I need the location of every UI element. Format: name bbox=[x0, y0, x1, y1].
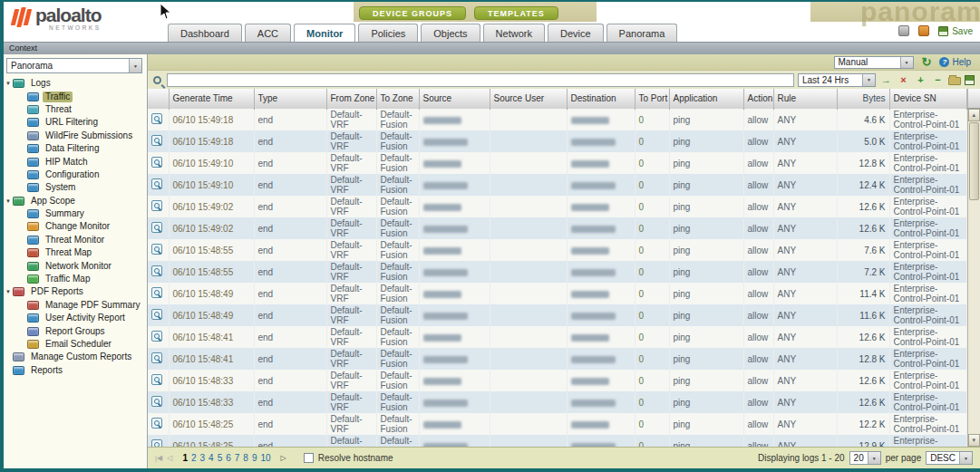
sort-order-select[interactable]: DESC ▼ bbox=[926, 451, 973, 465]
column-header-to-port[interactable]: To Port bbox=[635, 89, 669, 109]
log-row[interactable]: 06/10 15:48:41endDefault-VRFDefault-Fusi… bbox=[148, 348, 966, 370]
sidebar-item-network-monitor[interactable]: Network Monitor bbox=[4, 259, 147, 272]
chevron-down-icon[interactable]: ▼ bbox=[862, 74, 875, 86]
add-filter-icon[interactable]: + bbox=[914, 73, 927, 87]
negate-filter-icon[interactable]: − bbox=[931, 73, 945, 87]
log-row[interactable]: 06/10 15:48:49endDefault-VRFDefault-Fusi… bbox=[148, 304, 966, 326]
log-row[interactable]: 06/10 15:48:25endDefault-VRFDefault-Fusi… bbox=[148, 413, 966, 435]
sidebar-item-configuration[interactable]: Configuration bbox=[4, 169, 147, 181]
help-button[interactable]: ? Help bbox=[939, 57, 971, 67]
tab-device[interactable]: Device bbox=[548, 24, 604, 42]
page-link-3[interactable]: 3 bbox=[200, 453, 206, 463]
tab-network[interactable]: Network bbox=[483, 24, 545, 42]
log-row[interactable]: 06/10 15:49:10endDefault-VRFDefault-Fusi… bbox=[148, 174, 966, 196]
log-detail-icon[interactable] bbox=[151, 222, 162, 233]
page-link-6[interactable]: 6 bbox=[226, 453, 231, 463]
log-detail-icon[interactable] bbox=[151, 113, 162, 124]
column-header-destination[interactable]: Destination bbox=[567, 89, 635, 109]
log-row[interactable]: 06/10 15:48:33endDefault-VRFDefault-Fusi… bbox=[148, 391, 966, 413]
log-row[interactable]: 06/10 15:49:10endDefault-VRFDefault-Fusi… bbox=[148, 152, 966, 174]
clear-filter-icon[interactable]: × bbox=[897, 73, 910, 87]
column-header-from-zone[interactable]: From Zone bbox=[326, 89, 376, 109]
log-row[interactable]: 06/10 15:48:33endDefault-VRFDefault-Fusi… bbox=[148, 370, 966, 391]
collapse-icon[interactable]: ▼ bbox=[4, 198, 13, 204]
sidebar-item-threat-map[interactable]: Threat Map bbox=[4, 246, 147, 259]
log-row[interactable]: 06/10 15:49:18endDefault-VRFDefault-Fusi… bbox=[148, 109, 966, 130]
per-page-select[interactable]: 20 ▼ bbox=[849, 451, 881, 465]
log-detail-icon[interactable] bbox=[151, 135, 162, 146]
sidebar-item-report-groups[interactable]: Report Groups bbox=[4, 324, 147, 337]
tab-objects[interactable]: Objects bbox=[421, 24, 480, 42]
log-detail-icon[interactable] bbox=[151, 200, 162, 211]
log-row[interactable]: 06/10 15:49:02endDefault-VRFDefault-Fusi… bbox=[148, 217, 966, 239]
page-link-2[interactable]: 2 bbox=[191, 453, 197, 463]
first-page-button[interactable]: |◀ bbox=[155, 454, 162, 462]
apply-filter-icon[interactable]: → bbox=[879, 73, 893, 87]
sidebar-item-manage-pdf-summary[interactable]: Manage PDF Summary bbox=[4, 299, 147, 312]
tab-panorama[interactable]: Panorama bbox=[606, 24, 678, 42]
refresh-icon[interactable]: ↻ bbox=[922, 56, 932, 68]
sidebar-item-threat[interactable]: Threat bbox=[4, 103, 147, 116]
scrollbar-thumb[interactable] bbox=[969, 122, 980, 200]
chevron-down-icon[interactable]: ▼ bbox=[868, 452, 880, 464]
sidebar-item-wildfire-submissions[interactable]: WildFire Submissions bbox=[4, 130, 147, 142]
collapse-icon[interactable]: ▼ bbox=[4, 289, 13, 294]
log-detail-icon[interactable] bbox=[151, 287, 162, 298]
sidebar-item-traffic-map[interactable]: Traffic Map bbox=[4, 273, 147, 285]
column-header-application[interactable]: Application bbox=[669, 89, 743, 109]
column-header-generate-time[interactable]: Generate Time bbox=[169, 89, 254, 109]
log-detail-icon[interactable] bbox=[151, 439, 162, 447]
refresh-mode-select[interactable]: Manual ▼ bbox=[834, 56, 914, 69]
sidebar-item-change-monitor[interactable]: Change Monitor bbox=[4, 220, 147, 233]
sidebar-item-system[interactable]: System bbox=[4, 181, 147, 194]
column-header-rule[interactable]: Rule bbox=[773, 89, 837, 109]
sidebar-item-data-filtering[interactable]: Data Filtering bbox=[4, 142, 147, 155]
load-filter-folder-icon[interactable] bbox=[948, 77, 961, 85]
page-link-1[interactable]: 1 bbox=[182, 453, 188, 463]
sidebar-item-url-filtering[interactable]: URL Filtering bbox=[4, 116, 147, 129]
sidebar-item-logs[interactable]: ▼Logs bbox=[4, 77, 147, 90]
sidebar-item-pdf-reports[interactable]: ▼PDF Reports bbox=[4, 285, 147, 298]
log-filter-input[interactable] bbox=[167, 73, 794, 87]
log-detail-icon[interactable] bbox=[151, 309, 162, 320]
collapse-icon[interactable]: ▼ bbox=[4, 81, 13, 86]
page-link-9[interactable]: 9 bbox=[252, 453, 257, 463]
next-page-button[interactable]: ▷ bbox=[281, 454, 286, 462]
sidebar-item-traffic[interactable]: Traffic bbox=[4, 90, 147, 102]
log-detail-icon[interactable] bbox=[151, 244, 162, 255]
column-header-type[interactable]: Type bbox=[254, 89, 326, 109]
log-detail-icon[interactable] bbox=[151, 178, 162, 189]
chevron-down-icon[interactable]: ▼ bbox=[959, 452, 972, 464]
sidebar-item-summary[interactable]: Summary bbox=[4, 207, 147, 220]
prev-page-button[interactable]: ◁ bbox=[167, 454, 172, 462]
log-row[interactable]: 06/10 15:48:55endDefault-VRFDefault-Fusi… bbox=[148, 261, 966, 283]
log-detail-icon[interactable] bbox=[151, 374, 162, 385]
sidebar-item-hip-match[interactable]: HIP Match bbox=[4, 155, 147, 168]
column-header-device-sn[interactable]: Device SN bbox=[889, 89, 966, 109]
scroll-down-icon[interactable]: ▼ bbox=[968, 434, 980, 447]
sidebar-item-reports[interactable]: Reports bbox=[4, 364, 147, 377]
device-groups-button[interactable]: DEVICE GROUPS bbox=[359, 6, 466, 20]
save-button[interactable]: Save bbox=[938, 26, 973, 36]
log-detail-icon[interactable] bbox=[151, 418, 162, 429]
context-select[interactable]: Panorama ▼ bbox=[6, 58, 142, 73]
templates-button[interactable]: TEMPLATES bbox=[474, 6, 558, 20]
log-detail-icon[interactable] bbox=[151, 352, 162, 363]
page-link-4[interactable]: 4 bbox=[209, 453, 214, 463]
log-row[interactable]: 06/10 15:48:55endDefault-VRFDefault-Fusi… bbox=[148, 239, 966, 261]
time-range-select[interactable]: Last 24 Hrs ▼ bbox=[798, 73, 876, 87]
sidebar-item-user-activity-report[interactable]: User Activity Report bbox=[4, 312, 147, 324]
tab-policies[interactable]: Policies bbox=[358, 24, 418, 42]
log-detail-icon[interactable] bbox=[151, 265, 162, 276]
log-row[interactable]: 06/10 15:48:49endDefault-VRFDefault-Fusi… bbox=[148, 283, 966, 304]
scroll-up-icon[interactable]: ▲ bbox=[968, 109, 980, 121]
log-row[interactable]: 06/10 15:48:25endDefault-VRFDefault-Fusi… bbox=[148, 435, 966, 447]
vertical-scrollbar[interactable]: ▲ ▼ bbox=[967, 109, 980, 447]
page-link-8[interactable]: 8 bbox=[243, 453, 248, 463]
resolve-hostname-checkbox[interactable] bbox=[304, 453, 314, 463]
column-header-action[interactable]: Action bbox=[743, 89, 773, 109]
log-row[interactable]: 06/10 15:49:18endDefault-VRFDefault-Fusi… bbox=[148, 130, 966, 152]
log-detail-icon[interactable] bbox=[151, 157, 162, 168]
tab-acc[interactable]: ACC bbox=[245, 24, 291, 42]
session-status-icon[interactable] bbox=[898, 25, 909, 36]
